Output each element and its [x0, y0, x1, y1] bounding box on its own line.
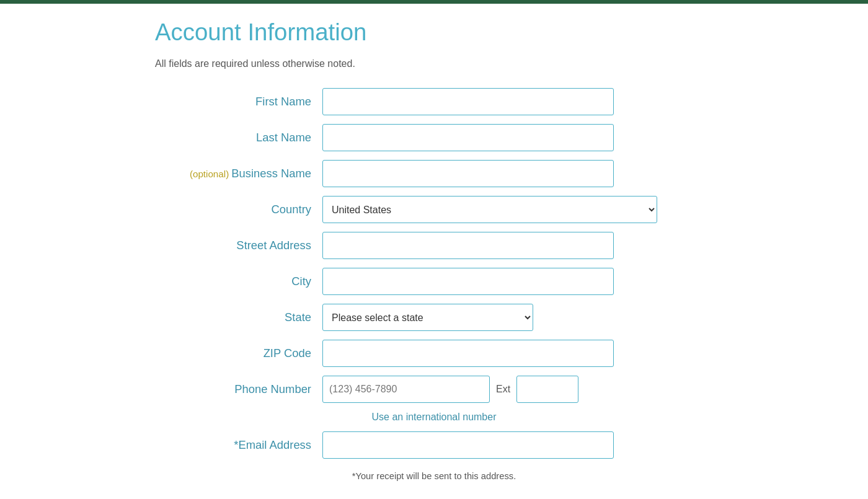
state-select[interactable]: Please select a state Alabama Alaska Ari… — [322, 304, 533, 331]
phone-number-row: Phone Number Ext — [93, 376, 775, 403]
street-address-input[interactable] — [322, 232, 614, 259]
ext-label: Ext — [496, 384, 510, 395]
street-address-label: Street Address — [93, 239, 322, 252]
state-row: State Please select a state Alabama Alas… — [93, 304, 775, 331]
country-select[interactable]: United States Canada United Kingdom Aust… — [322, 196, 657, 223]
city-label: City — [93, 275, 322, 288]
phone-group: Ext — [322, 376, 578, 403]
zip-code-row: ZIP Code — [93, 340, 775, 367]
zip-code-label: ZIP Code — [93, 347, 322, 360]
intl-link-row: Use an international number — [93, 412, 775, 423]
email-note-row: *Your receipt will be sent to this addre… — [93, 467, 775, 481]
email-input[interactable] — [322, 431, 614, 459]
last-name-label: Last Name — [93, 131, 322, 144]
street-address-row: Street Address — [93, 232, 775, 259]
first-name-input[interactable] — [322, 88, 614, 115]
last-name-input[interactable] — [322, 124, 614, 151]
first-name-label: First Name — [93, 95, 322, 108]
email-note: *Your receipt will be sent to this addre… — [352, 471, 516, 481]
state-label: State — [93, 311, 322, 324]
business-name-row: (optional)Business Name — [93, 160, 775, 187]
zip-code-input[interactable] — [322, 340, 614, 367]
email-row: *Email Address — [93, 431, 775, 459]
email-label: *Email Address — [93, 438, 322, 452]
top-border — [0, 0, 868, 4]
business-name-label: (optional)Business Name — [93, 167, 322, 180]
page-title: Account Information — [155, 19, 775, 46]
subtitle: All fields are required unless otherwise… — [155, 58, 775, 69]
phone-input[interactable] — [322, 376, 490, 403]
optional-text: (optional) — [190, 169, 229, 179]
form-container: Account Information All fields are requi… — [93, 19, 775, 481]
country-row: Country United States Canada United King… — [93, 196, 775, 223]
city-input[interactable] — [322, 268, 614, 295]
ext-input[interactable] — [516, 376, 578, 403]
first-name-row: First Name — [93, 88, 775, 115]
city-row: City — [93, 268, 775, 295]
country-label: Country — [93, 203, 322, 216]
last-name-row: Last Name — [93, 124, 775, 151]
intl-link[interactable]: Use an international number — [371, 412, 496, 423]
business-name-input[interactable] — [322, 160, 614, 187]
phone-number-label: Phone Number — [93, 382, 322, 396]
